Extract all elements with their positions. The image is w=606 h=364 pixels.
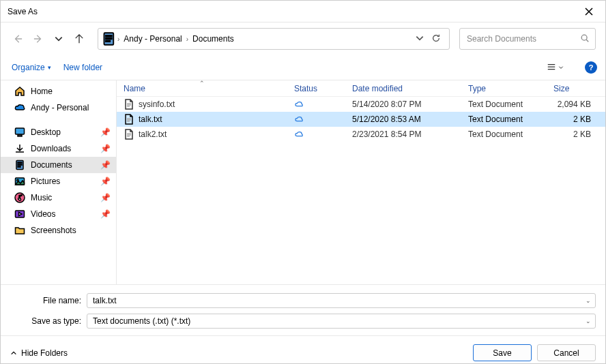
new-folder-button[interactable]: New folder [63, 63, 102, 72]
sidebar-item-documents[interactable]: Documents 📌 [1, 157, 116, 173]
save-button[interactable]: Save [473, 344, 532, 361]
folder-icon [14, 225, 25, 236]
nav-bar: › Andy - Personal › Documents [1, 22, 605, 55]
recent-dropdown[interactable] [51, 31, 66, 46]
up-button[interactable] [72, 31, 87, 46]
close-icon [585, 7, 593, 16]
file-name: sysinfo.txt [139, 100, 175, 109]
onedrive-icon [14, 102, 25, 113]
file-type: Text Document [461, 130, 547, 139]
chevron-up-icon [10, 350, 17, 357]
sidebar-item-label: Screenshots [31, 226, 111, 235]
text-file-icon [124, 129, 134, 140]
arrow-right-icon [33, 34, 43, 44]
chevron-down-icon [54, 34, 63, 44]
search-box[interactable] [459, 28, 596, 50]
cloud-icon [294, 130, 304, 139]
chevron-down-icon: ▾ [48, 64, 51, 71]
pictures-icon [14, 176, 25, 187]
refresh-button[interactable] [431, 33, 441, 45]
svg-rect-1 [106, 35, 112, 37]
column-date[interactable]: Date modified [345, 80, 461, 96]
filename-combo[interactable]: ⌄ [87, 293, 596, 308]
column-type[interactable]: Type [461, 80, 547, 96]
help-button[interactable]: ? [585, 61, 597, 74]
sidebar-item-videos[interactable]: Videos 📌 [1, 206, 116, 222]
chevron-down-icon[interactable]: ⌄ [583, 297, 591, 304]
breadcrumb-seg-2[interactable]: Documents [190, 33, 237, 45]
sidebar-item-label: Documents [31, 160, 95, 170]
search-icon [580, 33, 590, 45]
file-row[interactable]: talk.txt5/12/2020 8:53 AMText Document2 … [117, 112, 605, 127]
hide-folders-label: Hide Folders [21, 348, 68, 358]
file-size: 2 KB [547, 115, 598, 124]
cloud-icon [294, 100, 304, 109]
sidebar-item-label: Andy - Personal [31, 103, 111, 112]
file-date: 5/12/2020 8:53 AM [345, 115, 461, 124]
hide-folders-toggle[interactable]: Hide Folders [10, 348, 68, 358]
sidebar-item-downloads[interactable]: Downloads 📌 [1, 140, 116, 157]
cancel-button[interactable]: Cancel [537, 344, 596, 361]
breadcrumb-history-dropdown[interactable] [415, 33, 424, 45]
documents-icon [14, 160, 25, 170]
file-name: talk2.txt [139, 130, 167, 139]
breadcrumb[interactable]: › Andy - Personal › Documents [98, 28, 450, 50]
save-fields: File name: ⌄ Save as type: ⌄ [1, 284, 605, 330]
file-name: talk.txt [139, 115, 162, 124]
pin-icon: 📌 [100, 209, 111, 219]
file-size: 2,094 KB [547, 100, 598, 109]
forward-button[interactable] [31, 31, 46, 46]
saveastype-label: Save as type: [10, 316, 87, 326]
saveastype-combo[interactable]: ⌄ [87, 314, 596, 329]
videos-icon [14, 209, 25, 219]
breadcrumb-seg-1[interactable]: Andy - Personal [121, 33, 184, 45]
column-headers: Name⌃ Status Date modified Type Size [117, 80, 605, 97]
saveastype-value[interactable] [91, 316, 583, 327]
cloud-icon [294, 115, 304, 124]
sidebar-item-home[interactable]: Home [1, 83, 116, 100]
text-file-icon [124, 99, 134, 110]
title-bar: Save As [1, 1, 605, 22]
pin-icon: 📌 [100, 160, 111, 170]
file-row[interactable]: sysinfo.txt5/14/2020 8:07 PMText Documen… [117, 97, 605, 112]
breadcrumb-sep-icon: › [186, 35, 188, 43]
sidebar-item-desktop[interactable]: Desktop 📌 [1, 124, 116, 140]
list-view-icon [547, 63, 556, 72]
text-file-icon [124, 114, 134, 125]
sidebar-item-onedrive[interactable]: Andy - Personal [1, 100, 116, 116]
sort-asc-icon: ⌃ [199, 80, 205, 87]
filename-label: File name: [10, 296, 87, 305]
svg-rect-3 [106, 41, 110, 42]
svg-rect-8 [18, 162, 22, 163]
sidebar-item-label: Pictures [31, 177, 95, 186]
toolbar: Organize ▾ New folder ? [1, 55, 605, 80]
sidebar-item-screenshots[interactable]: Screenshots [1, 222, 116, 239]
svg-point-4 [581, 35, 587, 40]
sidebar-item-label: Music [31, 193, 95, 202]
search-input[interactable] [465, 33, 580, 44]
sidebar-item-pictures[interactable]: Pictures 📌 [1, 173, 116, 189]
svg-rect-2 [106, 38, 112, 40]
view-menu[interactable] [543, 59, 567, 76]
chevron-down-icon [558, 65, 564, 70]
column-name[interactable]: Name⌃ [117, 80, 287, 96]
pin-icon: 📌 [100, 127, 111, 137]
file-rows: sysinfo.txt5/14/2020 8:07 PMText Documen… [117, 97, 605, 284]
back-button[interactable] [10, 31, 25, 46]
sidebar-item-music[interactable]: Music 📌 [1, 189, 116, 206]
close-button[interactable] [575, 1, 603, 22]
window-title: Save As [8, 7, 575, 16]
column-size[interactable]: Size [547, 80, 598, 96]
sidebar-item-label: Desktop [31, 127, 95, 137]
organize-menu[interactable]: Organize ▾ [12, 63, 51, 72]
svg-rect-5 [16, 128, 25, 134]
home-icon [14, 86, 25, 97]
arrow-left-icon [13, 34, 23, 44]
filename-input[interactable] [91, 295, 583, 306]
column-status[interactable]: Status [287, 80, 345, 96]
file-row[interactable]: talk2.txt2/23/2021 8:54 PMText Document2… [117, 127, 605, 142]
file-list: Name⌃ Status Date modified Type Size sys… [117, 80, 605, 284]
chevron-down-icon[interactable]: ⌄ [583, 318, 591, 324]
pin-icon: 📌 [100, 193, 111, 202]
desktop-icon [14, 127, 25, 138]
